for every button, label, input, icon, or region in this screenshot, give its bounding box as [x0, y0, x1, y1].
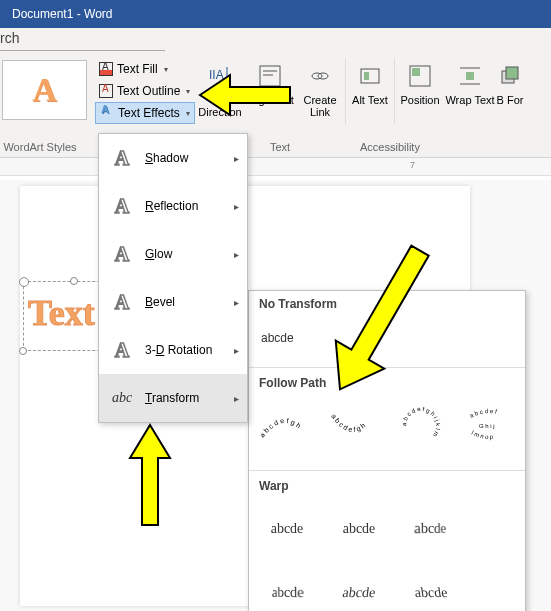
- text-effects-button[interactable]: Text Effects ▾: [95, 102, 195, 124]
- text-fill-icon: [99, 62, 113, 76]
- wrap-text-icon: [454, 60, 486, 92]
- title-bar: Document1 - Word: [0, 0, 551, 28]
- chevron-down-icon: ▾: [164, 65, 168, 74]
- alt-text-button[interactable]: Alt Text: [345, 58, 395, 124]
- svg-text:a b c d e f g h i j k l m: a b c d e f g h i j k l m: [401, 406, 441, 438]
- svg-text:G h i j: G h i j: [479, 423, 495, 429]
- menu-item-reflection[interactable]: A Reflection ▸: [99, 182, 247, 230]
- menu-item-glow[interactable]: A Glow ▸: [99, 230, 247, 278]
- search-underline: [0, 50, 165, 51]
- align-text-icon: [254, 60, 286, 92]
- svg-text:a b c d e f g h: a b c d e f g h: [330, 413, 366, 434]
- text-direction-button[interactable]: IIA Text Direction: [195, 58, 245, 124]
- follow-path-button[interactable]: a b c d e fG h i jl m n o p: [463, 402, 515, 450]
- alt-text-icon: [354, 60, 386, 92]
- ribbon: rch A Text Fill ▾ Text Outline ▾ Text Ef…: [0, 28, 551, 158]
- svg-rect-7: [364, 72, 369, 80]
- ruler: 7: [0, 158, 551, 176]
- chevron-right-icon: ▸: [234, 153, 239, 164]
- text-style-group: Text Fill ▾ Text Outline ▾ Text Effects …: [95, 58, 195, 124]
- svg-text:a b c d e f g h: a b c d e f g h: [259, 417, 302, 439]
- chevron-down-icon: ▾: [186, 109, 190, 118]
- search-fragment: rch: [0, 30, 19, 46]
- bring-forward-button[interactable]: B For: [495, 58, 525, 124]
- svg-point-5: [318, 73, 328, 79]
- follow-path-circle[interactable]: a b c d e f g h i j k l m: [395, 402, 447, 450]
- svg-rect-10: [466, 72, 474, 80]
- section-warp: Warp: [259, 479, 515, 493]
- group-label-wordart: WordArt Styles: [0, 141, 80, 153]
- align-text-button[interactable]: Align Text: [245, 58, 295, 124]
- chevron-right-icon: ▸: [234, 393, 239, 404]
- warp-item[interactable]: abcde: [262, 566, 318, 611]
- menu-item-shadow[interactable]: A Shadow ▸: [99, 134, 247, 182]
- create-link-icon: [304, 60, 336, 92]
- svg-rect-1: [260, 66, 280, 86]
- warp-item[interactable]: abcde: [400, 569, 463, 611]
- wordart-gallery[interactable]: A: [2, 60, 87, 120]
- chevron-right-icon: ▸: [234, 345, 239, 356]
- warp-item[interactable]: abcde: [331, 503, 387, 556]
- menu-item-3d-rotation[interactable]: A 3-D Rotation ▸: [99, 326, 247, 374]
- text-direction-icon: IIA: [204, 60, 236, 92]
- chevron-right-icon: ▸: [234, 249, 239, 260]
- warp-item[interactable]: abcde: [259, 505, 315, 553]
- wrap-text-button[interactable]: Wrap Text: [445, 58, 495, 124]
- no-transform-sample[interactable]: abcde: [259, 317, 515, 359]
- text-fill-button[interactable]: Text Fill ▾: [95, 58, 195, 80]
- follow-path-arch-down[interactable]: a b c d e f g h: [327, 402, 379, 450]
- svg-rect-14: [506, 67, 518, 79]
- svg-text:IIA: IIA: [209, 68, 224, 82]
- bevel-icon: A: [109, 289, 135, 315]
- group-label-text: Text: [270, 141, 290, 153]
- menu-item-transform[interactable]: abc Transform ▸: [99, 374, 247, 422]
- text-outline-button[interactable]: Text Outline ▾: [95, 80, 195, 102]
- chevron-right-icon: ▸: [234, 297, 239, 308]
- create-link-button[interactable]: Create Link: [295, 58, 345, 124]
- shadow-icon: A: [109, 145, 135, 171]
- rotation-icon: A: [109, 337, 135, 363]
- chevron-down-icon: ▾: [186, 87, 190, 96]
- warp-item[interactable]: abcde: [400, 502, 456, 555]
- follow-path-arch-up[interactable]: a b c d e f g h: [259, 402, 311, 450]
- chevron-right-icon: ▸: [234, 201, 239, 212]
- warp-item[interactable]: abcde: [328, 569, 391, 611]
- position-button[interactable]: Position: [395, 58, 445, 124]
- position-icon: [404, 60, 436, 92]
- section-follow-path: Follow Path: [259, 376, 515, 390]
- wordart-styles-group: A: [0, 58, 95, 124]
- svg-point-4: [312, 73, 322, 79]
- text-commands-group: IIA Text Direction Align Text Create Lin…: [195, 58, 525, 124]
- transform-submenu: No Transform abcde Follow Path a b c d e…: [248, 290, 526, 611]
- svg-text:a b c d e f: a b c d e f: [469, 408, 498, 419]
- section-no-transform: No Transform: [259, 297, 515, 311]
- svg-text:l m n o p: l m n o p: [471, 430, 494, 440]
- bring-forward-icon: [494, 60, 526, 92]
- group-label-accessibility: Accessibility: [360, 141, 420, 153]
- reflection-icon: A: [109, 193, 135, 219]
- transform-icon: abc: [109, 385, 135, 411]
- glow-icon: A: [109, 241, 135, 267]
- title-text: Document1 - Word: [12, 7, 112, 21]
- menu-item-bevel[interactable]: A Bevel ▸: [99, 278, 247, 326]
- text-effects-icon: [100, 106, 114, 120]
- wordart-sample-icon: A: [32, 71, 57, 109]
- svg-rect-9: [412, 68, 420, 76]
- text-outline-icon: [99, 84, 113, 98]
- svg-rect-6: [361, 69, 379, 83]
- text-effects-menu: A Shadow ▸ A Reflection ▸ A Glow ▸ A Bev…: [98, 133, 248, 423]
